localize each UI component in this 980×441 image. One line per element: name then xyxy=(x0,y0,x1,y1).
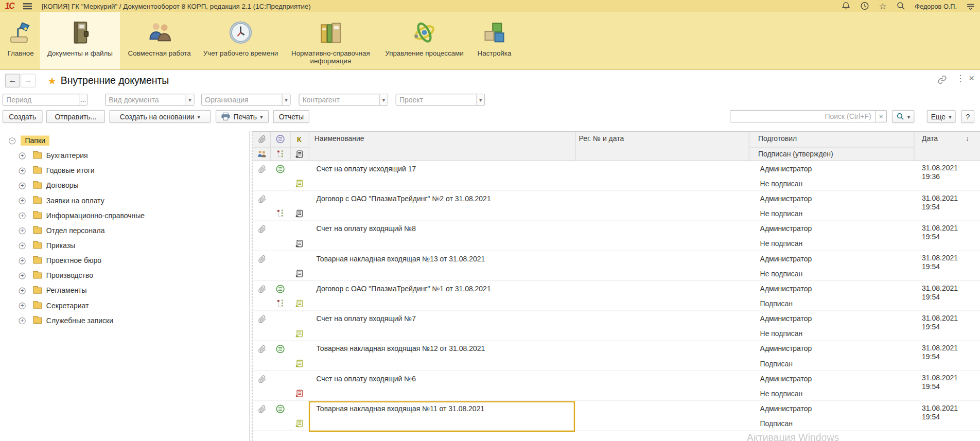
search-run-button[interactable]: ▾ xyxy=(892,110,915,123)
table-row[interactable]: Счет на оплату входящий №6 Администратор… xyxy=(253,371,980,401)
table-row[interactable]: Товарная накладная входящая №13 от 31.08… xyxy=(253,251,980,281)
doc-prepared-by: Администратор xyxy=(760,195,812,203)
tree-item-contracts[interactable]: +Договоры xyxy=(19,179,78,192)
expand-node-icon[interactable]: + xyxy=(19,197,25,204)
main-menu-icon[interactable] xyxy=(23,2,31,10)
responsible-people-icon[interactable] xyxy=(257,150,267,158)
expand-node-icon[interactable]: + xyxy=(19,287,25,294)
search-clear-icon[interactable]: × xyxy=(875,111,886,122)
attachment-column-icon[interactable] xyxy=(258,135,266,144)
attachment-icon xyxy=(258,375,266,384)
create-button[interactable]: Создать xyxy=(3,110,43,123)
cubes-icon xyxy=(480,17,509,48)
chevron-down-icon[interactable]: ▾ xyxy=(185,94,194,105)
ribbon-item-process-management[interactable]: Управление процессами xyxy=(379,12,470,69)
favorites-star-icon[interactable]: ☆ xyxy=(879,1,886,11)
state-column-icon[interactable] xyxy=(275,134,285,144)
tree-item-payment-requests[interactable]: +Заявки на оплату xyxy=(19,193,104,207)
reg-column-header[interactable]: Рег. № и дата xyxy=(579,135,624,143)
expand-node-icon[interactable]: + xyxy=(19,302,25,309)
send-button[interactable]: Отправить... xyxy=(46,110,105,123)
ribbon-item-reference-info[interactable]: Нормативно-справочная информация xyxy=(283,12,379,69)
documents-table: К Наименование Рег. № и дата Подготовил … xyxy=(253,131,980,441)
table-row[interactable]: Счет на оплату входящий №7 Администратор… xyxy=(253,311,980,341)
global-search-icon[interactable] xyxy=(896,1,905,10)
tree-item-memos[interactable]: +Служебные записки xyxy=(19,314,113,328)
period-ellipsis-button[interactable]: ... xyxy=(79,94,87,105)
expand-node-icon[interactable]: + xyxy=(19,257,25,264)
chevron-down-icon[interactable]: ▾ xyxy=(379,94,388,105)
expand-node-icon[interactable]: + xyxy=(19,212,25,219)
expand-node-icon[interactable]: + xyxy=(19,227,25,234)
history-icon[interactable] xyxy=(860,1,869,10)
create-based-on-button[interactable]: Создать на основании ▾ xyxy=(109,110,211,123)
chevron-down-icon: ▾ xyxy=(198,113,201,119)
expand-node-icon[interactable]: + xyxy=(19,272,25,279)
tree-item-production[interactable]: +Производство xyxy=(19,269,93,283)
expand-node-icon[interactable]: + xyxy=(19,242,25,249)
filter-project: ▾ xyxy=(396,94,485,105)
table-row[interactable]: Счет на оплату исходящий 17 Администрато… xyxy=(253,161,980,191)
tree-item-informational[interactable]: +Информационно-справочные xyxy=(19,209,145,223)
collapse-panel-icon[interactable] xyxy=(966,2,975,10)
attachment-icon xyxy=(258,195,266,204)
page-favorite-star-icon[interactable]: ★ xyxy=(47,75,56,87)
prepared-column-header[interactable]: Подготовил xyxy=(758,135,797,143)
k-column-header[interactable]: К xyxy=(297,135,302,144)
ribbon-item-collaboration[interactable]: Совместная работа xyxy=(120,12,199,69)
tree-item-annual-results[interactable]: +Годовые итоги xyxy=(19,164,94,178)
tree-root-folders[interactable]: − Папки xyxy=(9,134,49,148)
get-link-icon[interactable] xyxy=(937,75,947,86)
tree-grid-splitter[interactable] xyxy=(252,131,252,441)
process-column-icon[interactable] xyxy=(277,149,285,158)
table-row[interactable]: Договор с ОАО "ПлазмаТрейдинг" №1 от 31.… xyxy=(253,281,980,311)
table-row-selected[interactable]: Товарная накладная входящая №11 от 31.08… xyxy=(253,401,980,431)
tree-root-label[interactable]: Папки xyxy=(21,135,49,145)
doc-type-input[interactable] xyxy=(106,94,185,105)
tree-item-orders[interactable]: +Приказы xyxy=(19,239,75,253)
chevron-down-icon[interactable]: ▾ xyxy=(282,94,290,105)
help-button[interactable]: ? xyxy=(961,110,975,123)
collapse-node-icon[interactable]: − xyxy=(9,137,15,144)
table-row[interactable]: Счет на оплату входящий №8 Администратор… xyxy=(253,221,980,251)
table-row[interactable]: Товарная накладная входящая №12 от 31.08… xyxy=(253,341,980,371)
ribbon-item-documents-and-files[interactable]: Документы и файлы xyxy=(40,12,120,69)
tree-item-secretariat[interactable]: +Секретариат xyxy=(19,298,89,312)
notifications-bell-icon[interactable] xyxy=(842,1,851,10)
ribbon-item-settings[interactable]: Настройка xyxy=(470,12,519,69)
expand-node-icon[interactable]: + xyxy=(19,182,25,189)
doc-prepared-by: Администратор xyxy=(760,345,812,352)
ribbon-item-time-tracking[interactable]: Учет рабочего времени xyxy=(199,12,283,69)
search-input[interactable] xyxy=(730,111,874,122)
more-button[interactable]: Еще ▾ xyxy=(927,110,956,123)
signed-column-header[interactable]: Подписан (утвержден) xyxy=(758,150,833,157)
tree-item-accounting[interactable]: +Бухгалтерия xyxy=(19,149,87,163)
doc-time: 19:54 xyxy=(922,353,940,361)
doc-title: Товарная накладная входящая №12 от 31.08… xyxy=(316,345,485,352)
date-column-header[interactable]: Дата xyxy=(922,135,938,143)
nav-forward-button[interactable]: → xyxy=(21,74,36,87)
form-close-icon[interactable]: × xyxy=(969,73,974,83)
tree-item-regulations[interactable]: +Регламенты xyxy=(19,284,86,297)
expand-node-icon[interactable]: + xyxy=(19,317,25,324)
tree-item-project-bureau[interactable]: +Проектное бюро xyxy=(19,254,101,268)
form-menu-dots-icon[interactable]: ⋮ xyxy=(956,73,965,83)
project-input[interactable] xyxy=(396,94,476,105)
ribbon-item-main[interactable]: Главное xyxy=(1,12,40,69)
nav-back-button[interactable]: ← xyxy=(5,74,20,87)
name-column-header[interactable]: Наименование xyxy=(314,135,364,143)
counterparty-input[interactable] xyxy=(300,94,379,105)
expand-node-icon[interactable]: + xyxy=(19,152,25,159)
print-button[interactable]: Печать ▾ xyxy=(216,110,269,123)
chevron-down-icon[interactable]: ▾ xyxy=(476,94,484,105)
period-input[interactable] xyxy=(3,94,79,105)
table-row[interactable]: Договор с ОАО "ПлазмаТрейдинг" №2 от 31.… xyxy=(253,191,980,221)
reports-button[interactable]: Отчеты xyxy=(273,110,309,123)
sort-descending-icon[interactable]: ↓ xyxy=(966,135,969,143)
current-user[interactable]: Федоров О.П. xyxy=(915,2,957,10)
tree-item-hr-department[interactable]: +Отдел персонала xyxy=(19,224,104,238)
search-box: × xyxy=(730,110,887,122)
expand-node-icon[interactable]: + xyxy=(19,167,25,174)
organization-input[interactable] xyxy=(202,94,282,105)
transfer-doc-column-icon[interactable] xyxy=(295,150,303,158)
